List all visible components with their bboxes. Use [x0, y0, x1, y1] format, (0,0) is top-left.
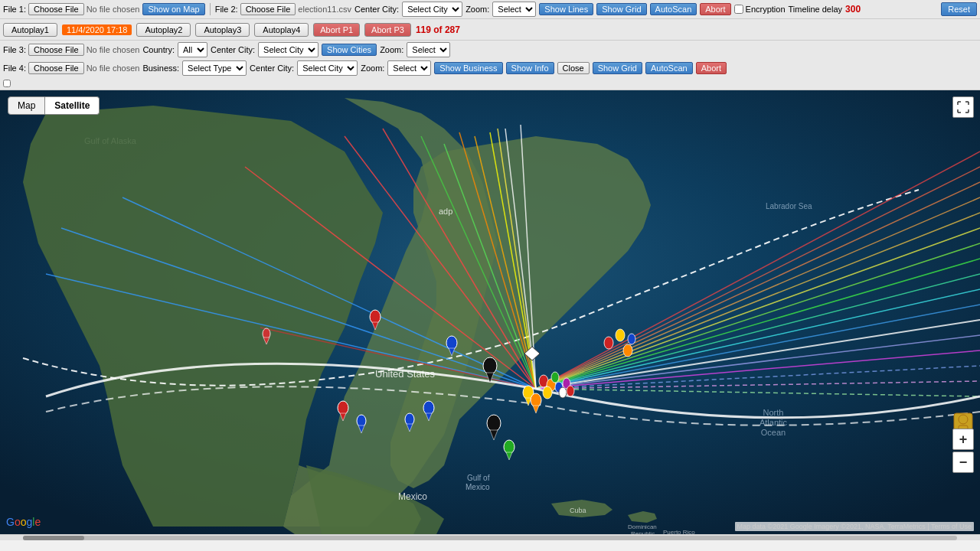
- autoplay1-date: 11/4/2020 17:18: [62, 24, 132, 35]
- country-label: Country:: [142, 45, 175, 54]
- zoom4-label: Zoom:: [361, 64, 384, 73]
- close-button[interactable]: Close: [557, 62, 590, 74]
- scrollbar-area[interactable]: [0, 534, 980, 540]
- svg-text:Labrador Sea: Labrador Sea: [766, 202, 812, 210]
- center-city4-label: Center City:: [250, 64, 294, 73]
- file2-label: File 2:: [215, 5, 238, 14]
- file4-status: No file chosen: [87, 64, 140, 73]
- svg-point-75: [504, 440, 514, 454]
- center-city3-select[interactable]: Select City: [258, 42, 318, 57]
- center-city4-select[interactable]: Select City: [297, 60, 358, 76]
- file3-section: File 3: Choose File No file chosen: [3, 44, 139, 56]
- timeline-delay-value: 300: [845, 4, 861, 15]
- show-business-button[interactable]: Show Business: [434, 62, 502, 74]
- svg-text:Puerto Rico: Puerto Rico: [663, 529, 695, 534]
- svg-point-62: [338, 401, 348, 415]
- svg-text:Cuba: Cuba: [570, 507, 586, 514]
- small-row: [0, 77, 980, 90]
- center-city-label: Center City:: [354, 5, 399, 14]
- svg-point-58: [357, 415, 366, 427]
- file4-section: File 4: Choose File No file chosen: [3, 62, 139, 74]
- zoom4-select[interactable]: Select: [387, 60, 431, 76]
- autoplay4-button[interactable]: Autoplay4: [254, 23, 309, 37]
- show-grid-button[interactable]: Show Grid: [596, 3, 646, 15]
- svg-text:Ocean: Ocean: [761, 428, 786, 437]
- zoom-controls: + −: [952, 429, 974, 473]
- zoom-in-button[interactable]: +: [952, 429, 974, 450]
- zoom-out-button[interactable]: −: [952, 452, 974, 473]
- show-cities-button[interactable]: Show Cities: [322, 44, 377, 56]
- abort-p1-button[interactable]: Abort P1: [313, 23, 360, 37]
- file3-status: No file chosen: [87, 45, 140, 54]
- svg-text:adp: adp: [439, 207, 452, 216]
- reset-button[interactable]: Reset: [941, 2, 977, 16]
- svg-text:Mexico: Mexico: [466, 483, 490, 491]
- svg-point-54: [446, 336, 457, 350]
- timeline-delay-label: Timeline delay: [789, 5, 843, 14]
- file1-section: File 1: Choose File No file chosen: [3, 3, 139, 15]
- svg-point-86: [616, 329, 625, 341]
- file1-choose-button[interactable]: Choose File: [28, 3, 84, 15]
- svg-point-60: [370, 310, 381, 324]
- file4-label: File 4:: [3, 64, 26, 73]
- svg-text:North: North: [763, 408, 784, 417]
- encryption-checkbox[interactable]: [734, 5, 743, 14]
- file2-section: File 2: Choose File election11.csv: [215, 3, 351, 15]
- svg-point-80: [551, 372, 559, 383]
- svg-point-85: [604, 337, 613, 349]
- auto-scan4-button[interactable]: AutoScan: [645, 62, 693, 74]
- zoom-select[interactable]: Select: [492, 2, 536, 17]
- map-container[interactable]: Gulf of Alaska Gulf of Mexico Mexico Uni…: [0, 90, 980, 534]
- svg-point-87: [623, 344, 632, 357]
- show-info-button[interactable]: Show Info: [506, 62, 554, 74]
- file4-choose-button[interactable]: Choose File: [28, 62, 84, 74]
- autoplay3-button[interactable]: Autoplay3: [195, 23, 250, 37]
- map-attribution: Map data ©2021 Google Imagery ©2021, NAS…: [735, 522, 974, 531]
- svg-point-52: [423, 401, 434, 415]
- center-city3-label: Center City:: [211, 45, 255, 54]
- svg-point-56: [405, 413, 414, 425]
- show-lines-button[interactable]: Show Lines: [539, 3, 593, 15]
- file2-value: election11.csv: [298, 5, 351, 14]
- zoom-label: Zoom:: [466, 5, 489, 14]
- svg-text:Dominican: Dominican: [628, 523, 657, 530]
- svg-point-88: [628, 334, 635, 344]
- toolbar-row-4: File 4: Choose File No file chosen Busin…: [0, 59, 980, 77]
- google-logo: Google: [6, 516, 41, 528]
- toolbar-row-3: File 3: Choose File No file chosen Count…: [0, 41, 980, 59]
- autoplay-row: Autoplay1 11/4/2020 17:18 Autoplay2 Auto…: [0, 19, 980, 41]
- svg-point-70: [483, 357, 497, 374]
- file2-choose-button[interactable]: Choose File: [240, 3, 296, 15]
- abort-p3-button[interactable]: Abort P3: [364, 23, 411, 37]
- abort-button[interactable]: Abort: [700, 3, 730, 15]
- fullscreen-button[interactable]: [952, 96, 974, 118]
- toolbar-row-1: File 1: Choose File No file chosen Show …: [0, 0, 980, 19]
- auto-scan-button[interactable]: AutoScan: [650, 3, 697, 15]
- abort4-button[interactable]: Abort: [696, 62, 727, 74]
- map-tabs: Map Satellite: [8, 96, 100, 115]
- svg-text:Gulf of: Gulf of: [467, 474, 490, 482]
- svg-point-72: [487, 415, 501, 432]
- file1-label: File 1:: [3, 5, 26, 14]
- map-tab-map[interactable]: Map: [8, 96, 45, 115]
- autoplay1-button[interactable]: Autoplay1: [3, 23, 57, 37]
- scrollbar-thumb[interactable]: [23, 536, 84, 540]
- center-city-select[interactable]: Select City: [402, 2, 462, 17]
- svg-point-79: [543, 386, 552, 399]
- small-checkbox[interactable]: [3, 80, 11, 87]
- show-grid4-button[interactable]: Show Grid: [593, 62, 642, 74]
- encryption-section: Encryption: [734, 5, 786, 14]
- file3-label: File 3:: [3, 45, 26, 54]
- scrollbar-track: [23, 536, 957, 540]
- autoplay2-button[interactable]: Autoplay2: [136, 23, 191, 37]
- zoom3-label: Zoom:: [380, 45, 403, 54]
- file3-choose-button[interactable]: Choose File: [28, 44, 84, 56]
- map-tab-satellite[interactable]: Satellite: [45, 96, 100, 115]
- zoom3-select[interactable]: Select: [407, 42, 450, 57]
- encryption-label: Encryption: [746, 5, 786, 14]
- map-visualization: Gulf of Alaska Gulf of Mexico Mexico Uni…: [0, 90, 980, 534]
- business-select[interactable]: Select Type: [182, 60, 247, 76]
- svg-point-68: [531, 393, 541, 407]
- show-on-map-button[interactable]: Show on Map: [142, 3, 204, 15]
- country-select[interactable]: All: [178, 42, 207, 57]
